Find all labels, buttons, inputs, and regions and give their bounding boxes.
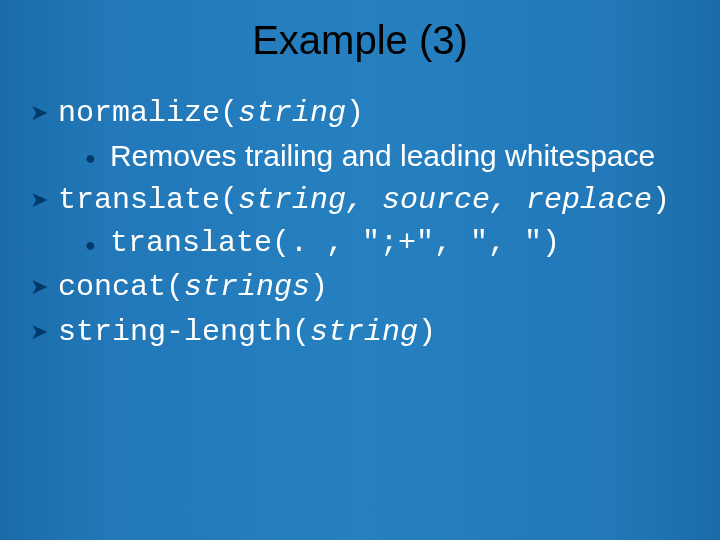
arrow-bullet-icon: ➤ [30,317,48,347]
fn-close: ) [652,183,670,217]
arrow-bullet-icon: ➤ [30,185,48,215]
arrow-bullet-icon: ➤ [30,98,48,128]
fn-arg: string, source, replace [238,183,652,217]
item-text: translate(. , ";+", ", ") [110,223,560,264]
item-text: concat(strings) [58,265,328,308]
item-text: translate(string, source, replace) [58,178,670,221]
item-text: Removes trailing and leading whitespace [110,136,655,177]
list-item: ● Removes trailing and leading whitespac… [85,136,720,177]
item-text: normalize(string) [58,91,364,134]
fn-close: ) [310,270,328,304]
fn-name: string-length( [58,315,310,349]
fn-name: translate( [58,183,238,217]
list-item: ➤ normalize(string) [30,91,720,134]
dot-bullet-icon: ● [85,233,96,257]
dot-bullet-icon: ● [85,146,96,170]
fn-arg: strings [184,270,310,304]
fn-close: ) [346,96,364,130]
fn-arg: string [238,96,346,130]
content: ➤ normalize(string) ● Removes trailing a… [30,91,720,352]
list-item: ● translate(. , ";+", ", ") [85,223,720,264]
fn-close: ) [418,315,436,349]
item-text: string-length(string) [58,310,436,353]
fn-arg: string [310,315,418,349]
page-title: Example (3) [0,18,720,63]
list-item: ➤ translate(string, source, replace) [30,178,720,221]
fn-name: concat( [58,270,184,304]
list-item: ➤ concat(strings) [30,265,720,308]
fn-name: normalize( [58,96,238,130]
arrow-bullet-icon: ➤ [30,272,48,302]
list-item: ➤ string-length(string) [30,310,720,353]
